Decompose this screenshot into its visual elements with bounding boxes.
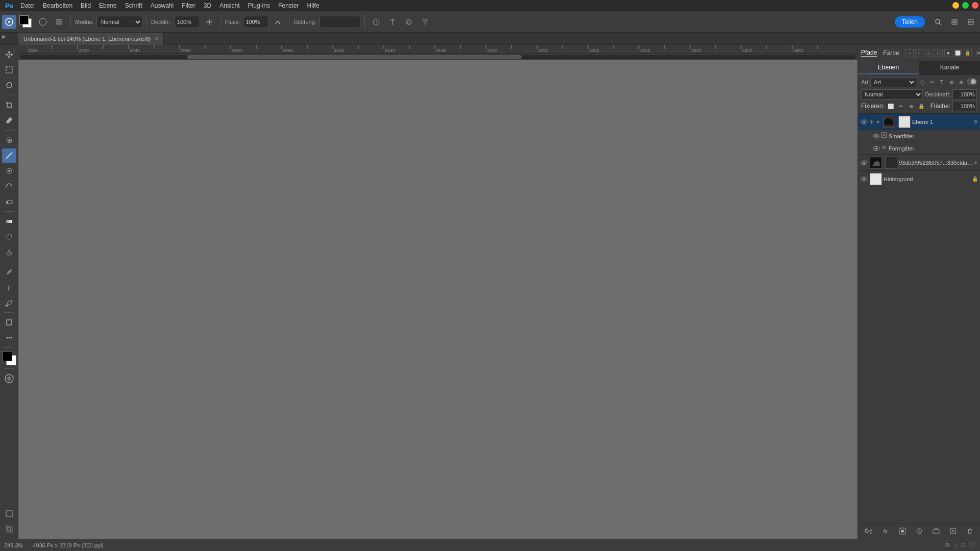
eyedropper-tool[interactable] xyxy=(2,113,16,128)
smartfilter-visibility[interactable] xyxy=(872,132,880,140)
blend-mode-select[interactable]: Normal xyxy=(861,89,923,99)
brush-tool[interactable] xyxy=(2,148,16,163)
dodge-tool[interactable] xyxy=(2,245,16,259)
menu-ansicht[interactable]: Ansicht xyxy=(215,0,243,11)
extra-tools-icon[interactable] xyxy=(418,15,432,29)
menu-hilfe[interactable]: Hilfe xyxy=(303,0,324,11)
layer-item-ebene1[interactable]: Ebene 1 ⚙ xyxy=(858,114,980,130)
status-icon-2[interactable]: ≡ xyxy=(954,542,957,548)
maximize-button[interactable] xyxy=(962,2,969,9)
artboard-tool[interactable] xyxy=(2,522,16,536)
smartobj-visibility[interactable] xyxy=(860,159,868,167)
filter-icon-2[interactable]: ✏ xyxy=(928,78,936,86)
menu-plugins[interactable]: Plug-ins xyxy=(244,0,274,11)
lock-artboard-icon[interactable]: ⊕ xyxy=(907,102,915,110)
search-icon[interactable] xyxy=(931,15,945,29)
mode-icon-rect[interactable]: ⬜ xyxy=(954,49,962,57)
blur-tool[interactable] xyxy=(2,230,16,244)
tab-pfade[interactable]: Pfade xyxy=(861,49,877,57)
layer-delete-btn[interactable] xyxy=(964,525,975,537)
move-tool[interactable] xyxy=(2,47,16,62)
share-button[interactable]: Teilen xyxy=(895,16,925,28)
filter-type-select[interactable]: Art xyxy=(870,77,916,87)
crop-tool[interactable] xyxy=(2,98,16,112)
healing-tool[interactable] xyxy=(2,133,16,147)
mode-icon-lock[interactable]: 🔒 xyxy=(964,49,972,57)
fluss-input[interactable] xyxy=(243,16,268,28)
menu-datei[interactable]: Datei xyxy=(16,0,39,11)
text-tool[interactable]: T xyxy=(2,280,16,294)
layer-sub-formgitter[interactable]: Formgitter xyxy=(858,142,980,155)
menu-ebene[interactable]: Ebene xyxy=(95,0,121,11)
menu-bearbeiten[interactable]: Bearbeiten xyxy=(39,0,77,11)
lasso-tool[interactable] xyxy=(2,78,16,92)
mode-icon-filled-square[interactable]: ■ xyxy=(944,49,952,57)
status-icon-3[interactable]: □ xyxy=(961,542,965,548)
mode-icon-circle[interactable]: ○ xyxy=(905,49,914,57)
layer-options-btn[interactable]: ⚙ xyxy=(973,119,978,124)
clone-tool[interactable] xyxy=(2,164,16,178)
filter-icon-3[interactable]: T xyxy=(938,78,946,86)
lock-paint-icon[interactable]: ✏ xyxy=(897,102,905,110)
brush-settings-btn[interactable] xyxy=(52,15,66,29)
layer-link-btn[interactable] xyxy=(863,525,874,537)
filter-toggle[interactable] xyxy=(967,78,977,85)
mode-select[interactable]: Normal xyxy=(96,16,142,28)
filter-icon-1[interactable]: ⬡ xyxy=(918,78,926,86)
opacity-input[interactable] xyxy=(952,89,977,99)
brush-tool-indicator[interactable] xyxy=(2,15,16,29)
layer-item-hintergrund[interactable]: Hintergrund 🔒 xyxy=(858,171,980,187)
close-button[interactable] xyxy=(972,2,978,9)
brush-settings-icon[interactable] xyxy=(369,15,383,29)
symmetry-icon[interactable] xyxy=(385,15,400,29)
status-icon-4[interactable]: ⬛ xyxy=(969,542,976,548)
lock-transparent-icon[interactable]: ⬜ xyxy=(887,102,895,110)
shape-tool[interactable] xyxy=(2,315,16,330)
filter-icon-5[interactable]: ⊕ xyxy=(957,78,965,86)
mode-icon-square[interactable]: □ xyxy=(935,49,943,57)
menu-3d[interactable]: 3D xyxy=(200,0,215,11)
formgitter-visibility[interactable] xyxy=(872,144,880,153)
path-select-tool[interactable] xyxy=(2,295,16,310)
fluss-toggle[interactable] xyxy=(271,15,285,29)
lock-all-icon[interactable]: 🔒 xyxy=(917,102,925,110)
brush-preset-picker[interactable] xyxy=(36,15,50,29)
panel-collapse-btn[interactable]: ≫ xyxy=(976,50,980,56)
status-icon-1[interactable]: ⚙ xyxy=(945,542,950,548)
tab-expand-icon[interactable]: ▶ xyxy=(2,34,6,39)
menu-fenster[interactable]: Fenster xyxy=(274,0,303,11)
angle-icon[interactable]: 0° xyxy=(402,15,416,29)
minimize-button[interactable] xyxy=(952,2,959,9)
menu-filter[interactable]: Filter xyxy=(178,0,200,11)
gradient-tool[interactable] xyxy=(2,214,16,229)
document-tab[interactable]: Unbenannt-1 bei 249% (Ebene 1, Ebenenmas… xyxy=(18,33,164,45)
deckkraft-input[interactable] xyxy=(175,16,200,28)
foreground-color-chip[interactable] xyxy=(19,15,33,29)
deckkraft-toggle[interactable] xyxy=(202,15,216,29)
tab-kanaele[interactable]: Kanäle xyxy=(919,61,980,74)
fill-input[interactable] xyxy=(952,101,977,111)
layout-icon[interactable] xyxy=(964,15,978,29)
select-tool[interactable] xyxy=(2,63,16,77)
mode-icon-diamond[interactable]: ◇ xyxy=(925,49,933,57)
layer-fx-btn[interactable]: fx xyxy=(880,525,891,537)
eraser-tool[interactable] xyxy=(2,194,16,209)
history-brush-tool[interactable] xyxy=(2,179,16,193)
menu-schrift[interactable]: Schrift xyxy=(121,0,146,11)
foreground-color-swatch[interactable] xyxy=(2,351,12,361)
filter-icon-4[interactable]: ⊞ xyxy=(947,78,955,86)
layer-item-smartobj[interactable]: 93db3f952t8b057...330cfda6923cb ⊕ xyxy=(858,155,980,171)
layer-group-btn[interactable] xyxy=(930,525,942,537)
view-icon[interactable] xyxy=(947,15,962,29)
tab-farbe[interactable]: Farbe xyxy=(883,49,899,57)
layer-sub-smartfilter[interactable]: Smartfilter xyxy=(858,130,980,142)
layer-new-btn[interactable] xyxy=(947,525,959,537)
extra-tools-btn[interactable] xyxy=(2,331,16,345)
quick-mask-btn[interactable] xyxy=(2,371,16,386)
screen-mode-btn[interactable] xyxy=(2,507,16,521)
close-tab-icon[interactable]: ✕ xyxy=(154,36,158,41)
layer-visibility-ebene1[interactable] xyxy=(860,118,868,126)
tab-ebenen[interactable]: Ebenen xyxy=(858,61,919,74)
layer-mask-btn[interactable] xyxy=(897,525,908,537)
hintergrund-visibility[interactable] xyxy=(860,175,868,183)
